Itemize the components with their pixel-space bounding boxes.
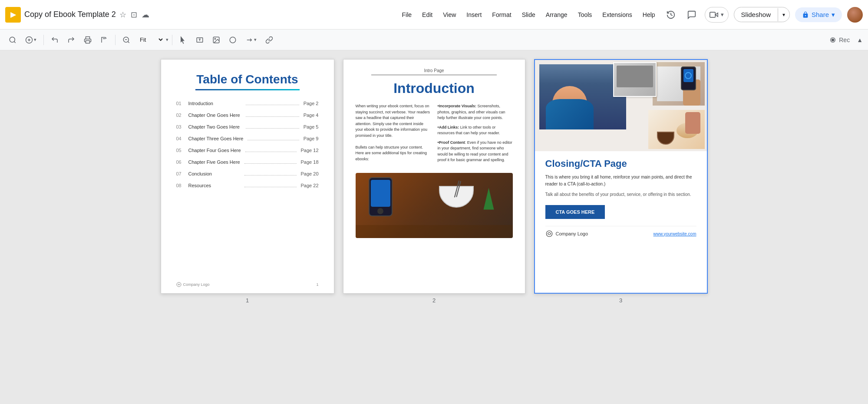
toolbar-collapse-btn[interactable]: ▲ [857,36,863,43]
cta-title: Closing/CTA Page [545,158,696,169]
canvas-area: Table of Contents 01 Introduction Page 2… [0,50,868,404]
toc-row-7: 07 Conclusion Page 20 [176,171,319,177]
svg-point-14 [230,37,236,43]
comment-btn[interactable] [684,7,700,23]
text-button[interactable] [192,34,207,46]
menu-help[interactable]: Help [638,10,660,20]
phone-nfc-photo [653,62,705,106]
phone-image [369,177,393,216]
menu-extensions[interactable]: Extensions [598,10,636,20]
intro-right-col: •Incorporate Visuals: Screenshots, photo… [438,103,513,167]
print-button[interactable] [80,34,95,46]
intro-left-text1: When writing your ebook content, focus o… [356,103,431,139]
undo-button[interactable] [47,34,62,46]
user-avatar[interactable] [847,7,863,23]
slide-3-number: 3 [619,297,622,304]
svg-point-18 [177,282,181,287]
menu-slide[interactable]: Slide [518,10,540,20]
paint-format-button[interactable] [97,34,112,46]
toc-row-6: 06 Chapter Five Goes Here Page 18 [176,159,319,165]
toc-title: Table of Contents [176,73,319,86]
menu-tools[interactable]: Tools [574,10,597,20]
camera-btn[interactable]: ▾ [705,7,729,23]
held-phone [681,66,696,90]
cta-text-content: Closing/CTA Page This is where you bring… [535,151,707,245]
image-button[interactable] [209,34,224,46]
laptop-photo [613,62,657,97]
history-btn[interactable] [663,7,679,23]
slide1-footer: Company Logo 1 [176,282,319,287]
menu-arrange[interactable]: Arrange [541,10,572,20]
slideshow-button[interactable]: Slideshow ▾ [734,7,790,22]
cloud-icon[interactable]: ☁ [142,10,149,20]
intro-title: Introduction [356,80,513,96]
menu-format[interactable]: Format [488,10,515,20]
slide1-logo: Company Logo [183,282,210,287]
table-surface [356,225,513,238]
share-button[interactable]: Share ▾ [795,7,842,22]
cta-photo-collage [535,60,707,151]
shape-button[interactable] [225,34,240,46]
slideshow-dropdown-arrow[interactable]: ▾ [778,8,789,21]
top-bar: ▶ Copy of Ebook Template 2 ☆ ⊡ ☁ File Ed… [0,0,868,30]
menu-view[interactable]: View [439,10,460,20]
slide-3-wrapper: Closing/CTA Page This is where you bring… [534,59,708,304]
intro-left-col: When writing your ebook content, focus o… [356,103,431,167]
intro-label: Intro Page [356,68,513,73]
slide-2-number: 2 [432,297,436,304]
toc-row-8: 08 Resources Page 22 [176,183,319,189]
rec-button[interactable]: Rec ▲ [829,36,863,43]
cta-website: www.yourwebsite.com [653,232,696,236]
redo-button[interactable] [64,34,79,46]
svg-point-13 [215,38,215,39]
slide-1-number: 1 [246,297,249,304]
share-arrow[interactable]: ▾ [832,11,835,19]
menu-insert[interactable]: Insert [462,10,486,20]
hand-right [685,112,700,134]
intro-divider [371,75,497,75]
svg-point-1 [10,37,15,42]
line-button[interactable]: ▾ [242,34,260,46]
svg-point-19 [546,231,552,237]
top-right-controls: ▾ Slideshow ▾ Share ▾ [663,7,863,23]
cta-logo-area: Company Logo [545,230,588,238]
menu-edit[interactable]: Edit [418,10,437,20]
toc-underline [195,89,300,90]
bowl-image [439,186,474,208]
toc-row-2: 02 Chapter One Goes Here Page 4 [176,113,319,118]
folder-icon[interactable]: ⊡ [131,10,137,20]
cursor-button[interactable] [176,34,191,46]
svg-line-7 [128,41,129,43]
logo-icon-s1 [176,282,182,287]
share-label: Share [812,11,829,18]
toolbar: ▾ Fit 50% 75% 100% 125% 150% ▾ ▾ [0,30,868,50]
intro-bullet-1: •Incorporate Visuals: Screenshots, photo… [438,103,513,121]
cta-action-button[interactable]: CTA GOES HERE [545,205,605,219]
doc-title-area: Copy of Ebook Template 2 ☆ ⊡ ☁ [24,10,394,20]
intro-bullet-2: •Add Links: Link to other tools or resou… [438,125,513,136]
cta-desc2: Talk all about the benefits of your prod… [545,191,696,198]
intro-content: Intro Page Introduction When writing you… [343,60,525,247]
svg-rect-5 [86,40,90,43]
doc-title: Copy of Ebook Template 2 [24,10,116,19]
cta-desc1: This is where you bring it all home, rei… [545,174,696,188]
slide-3[interactable]: Closing/CTA Page This is where you bring… [534,59,708,294]
link-button[interactable] [262,34,277,46]
intro-image [356,173,513,238]
slide-2[interactable]: Intro Page Introduction When writing you… [343,59,525,294]
search-button[interactable] [5,34,20,46]
add-button[interactable]: ▾ [22,34,40,46]
phone-home-btn [377,208,383,214]
app-icon: ▶ [5,7,21,23]
chopsticks [454,180,459,197]
cta-logo-icon [545,230,553,238]
zoom-select[interactable]: Fit 50% 75% 100% 125% 150% [135,34,164,45]
slideshow-label: Slideshow [734,7,778,22]
svg-rect-0 [710,12,715,17]
slide-1[interactable]: Table of Contents 01 Introduction Page 2… [161,59,334,294]
coffee-photo [648,110,705,149]
phone-display [683,69,693,82]
star-icon[interactable]: ☆ [119,10,126,20]
menu-file[interactable]: File [398,10,416,20]
zoom-out-button[interactable] [119,34,134,46]
